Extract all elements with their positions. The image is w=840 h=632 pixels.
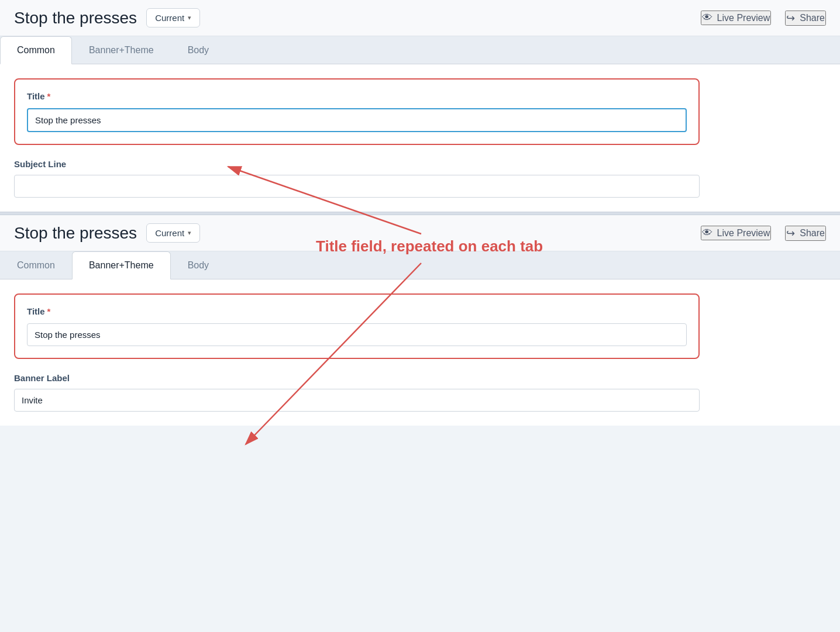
current-dropdown-label-bottom: Current	[155, 228, 184, 238]
live-preview-button-bottom[interactable]: 👁 Live Preview	[701, 226, 772, 240]
live-preview-label-top: Live Preview	[717, 13, 770, 23]
eye-icon-top: 👁	[702, 12, 712, 24]
banner-label-input[interactable]	[14, 389, 700, 412]
share-icon-top: ↪	[786, 12, 795, 25]
share-label-bottom: Share	[800, 228, 825, 239]
title-required-top: *	[47, 91, 51, 101]
title-label-bottom: Title *	[27, 306, 687, 316]
tab-body-bottom[interactable]: Body	[171, 251, 226, 279]
tab-body-top[interactable]: Body	[171, 36, 226, 64]
subject-input-top[interactable]	[14, 175, 700, 198]
title-required-bottom: *	[47, 306, 51, 316]
tab-common-top[interactable]: Common	[0, 36, 72, 64]
title-input-bottom[interactable]	[27, 323, 687, 346]
title-input-top[interactable]	[27, 108, 687, 132]
current-dropdown-bottom[interactable]: Current ▾	[146, 223, 200, 243]
title-field-card-bottom: Title *	[14, 293, 700, 359]
header-top: Stop the presses Current ▾ 👁 Live Previe…	[0, 0, 840, 36]
page-title-bottom: Stop the presses	[14, 224, 137, 243]
header-bottom: Stop the presses Current ▾ 👁 Live Previe…	[0, 215, 840, 251]
subject-section-top: Subject Line	[0, 159, 714, 212]
section-inner-bottom: Title *	[0, 279, 714, 359]
live-preview-label-bottom: Live Preview	[717, 228, 770, 239]
current-dropdown-top[interactable]: Current ▾	[146, 8, 200, 27]
tab-banner-theme-top[interactable]: Banner+Theme	[72, 36, 171, 64]
share-button-top[interactable]: ↪ Share	[785, 11, 826, 26]
eye-icon-bottom: 👁	[702, 227, 712, 239]
subject-label-top: Subject Line	[14, 159, 700, 169]
chevron-down-icon-bottom: ▾	[188, 229, 191, 237]
tabs-bar-bottom: Common Banner+Theme Body	[0, 251, 840, 279]
section-top: Title * Subject Line	[0, 64, 840, 212]
banner-label-title: Banner Label	[14, 373, 700, 383]
live-preview-button-top[interactable]: 👁 Live Preview	[701, 11, 772, 25]
header-actions-top: 👁 Live Preview ↪ Share	[701, 11, 826, 26]
current-dropdown-label-top: Current	[155, 13, 184, 23]
title-field-card-top: Title *	[14, 78, 700, 145]
section-bottom: Title * Banner Label	[0, 279, 840, 426]
tabs-bar-top: Common Banner+Theme Body	[0, 36, 840, 64]
chevron-down-icon-top: ▾	[188, 14, 191, 22]
share-icon-bottom: ↪	[786, 227, 795, 240]
section-inner-top: Title *	[0, 64, 714, 145]
tab-banner-theme-bottom[interactable]: Banner+Theme	[72, 251, 171, 279]
title-label-top: Title *	[27, 91, 687, 101]
page-title-top: Stop the presses	[14, 9, 137, 27]
tab-common-bottom[interactable]: Common	[0, 251, 72, 279]
header-actions-bottom: 👁 Live Preview ↪ Share	[701, 226, 826, 241]
share-button-bottom[interactable]: ↪ Share	[785, 226, 826, 241]
banner-section-bottom: Banner Label	[0, 373, 714, 426]
share-label-top: Share	[800, 13, 825, 23]
